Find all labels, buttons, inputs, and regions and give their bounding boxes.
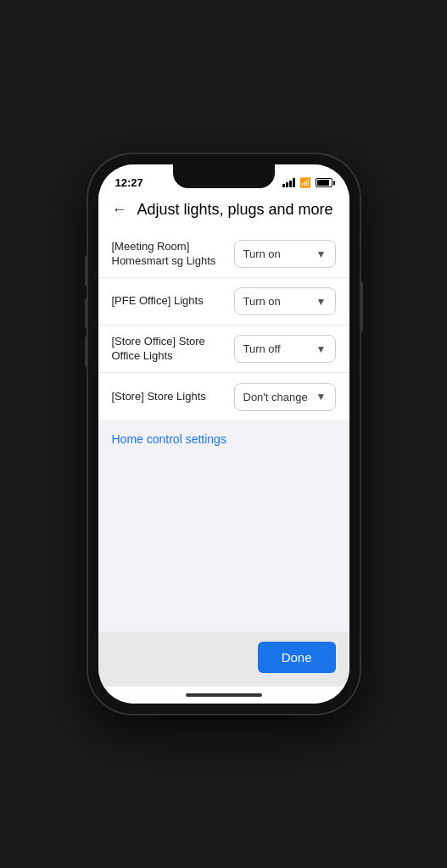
dropdown-pfe-office-lights[interactable]: Turn on▼ [234,287,336,315]
page-title: Adjust lights, plugs and more [137,201,333,219]
dropdown-arrow-pfe-office-lights: ▼ [316,296,327,308]
content-area: [Meeting Room] Homesmart sg LightsTurn o… [98,231,349,632]
status-icons: 📶 [282,177,332,188]
footer: Done [98,632,349,687]
dropdown-arrow-store-office-lights: ▼ [316,343,327,355]
home-bar [186,693,262,697]
dropdown-value-pfe-office-lights: Turn on [243,295,281,308]
back-button[interactable]: ← [112,201,127,219]
dropdown-value-store-lights: Don't change [243,391,308,403]
light-label-store-lights: [Store] Store Lights [112,390,226,404]
dropdown-value-meeting-room-lights: Turn on [243,248,281,260]
light-label-pfe-office-lights: [PFE Office] Lights [112,294,226,309]
phone-screen: 12:27 📶 ← Adjust lights, plugs and more … [98,164,349,704]
dropdown-arrow-meeting-room-lights: ▼ [316,248,327,260]
light-item: [Meeting Room] Homesmart sg LightsTurn o… [98,231,349,278]
light-item: [Store Office] Store Office LightsTurn o… [98,326,349,373]
dropdown-meeting-room-lights[interactable]: Turn on▼ [234,240,336,268]
light-item: [PFE Office] LightsTurn on▼ [98,278,349,326]
phone-frame: 12:27 📶 ← Adjust lights, plugs and more … [88,154,360,714]
light-label-store-office-lights: [Store Office] Store Office Lights [112,335,226,364]
dropdown-store-lights[interactable]: Don't change▼ [234,383,336,411]
notch [173,164,275,188]
dropdown-arrow-store-lights: ▼ [316,391,327,403]
status-time: 12:27 [115,176,143,189]
dropdown-store-office-lights[interactable]: Turn off▼ [234,335,336,363]
signal-icon [282,178,295,187]
battery-icon [316,178,332,187]
done-button[interactable]: Done [258,642,336,673]
light-label-meeting-room-lights: [Meeting Room] Homesmart sg Lights [112,240,226,269]
page-header: ← Adjust lights, plugs and more [98,194,349,231]
home-control-settings-link[interactable]: Home control settings [98,420,349,458]
wifi-icon: 📶 [299,177,311,188]
light-item: [Store] Store LightsDon't change▼ [98,373,349,420]
status-bar: 12:27 📶 [98,164,349,194]
home-indicator [98,687,349,704]
dropdown-value-store-office-lights: Turn off [243,342,281,355]
lights-list: [Meeting Room] Homesmart sg LightsTurn o… [98,231,349,420]
